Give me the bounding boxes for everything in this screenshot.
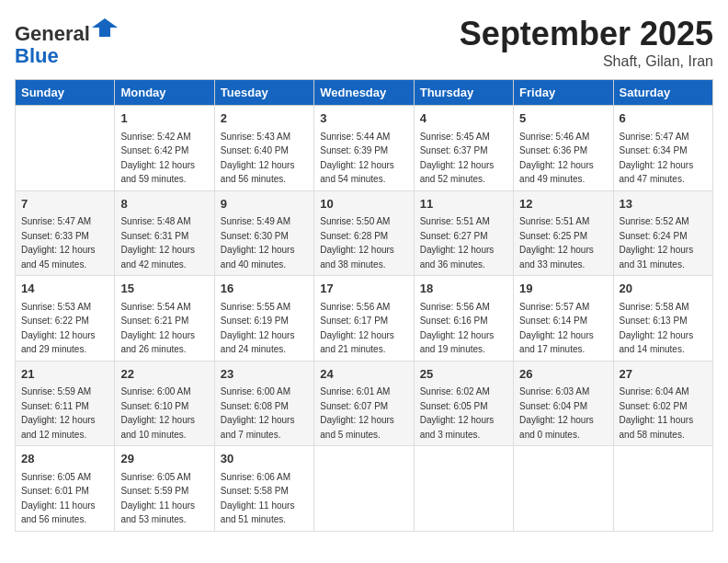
day-number: 24 [320, 365, 407, 384]
col-header-thursday: Thursday [414, 80, 513, 106]
calendar-week-row: 28Sunrise: 6:05 AMSunset: 6:01 PMDayligh… [16, 446, 713, 532]
calendar-header-row: SundayMondayTuesdayWednesdayThursdayFrid… [16, 80, 713, 106]
calendar-cell: 21Sunrise: 5:59 AMSunset: 6:11 PMDayligh… [16, 361, 115, 446]
calendar-cell: 23Sunrise: 6:00 AMSunset: 6:08 PMDayligh… [214, 361, 313, 446]
day-number: 29 [120, 450, 208, 468]
day-number: 26 [519, 365, 607, 384]
calendar-cell: 1Sunrise: 5:42 AMSunset: 6:42 PMDaylight… [115, 106, 214, 191]
day-number: 17 [320, 280, 407, 298]
logo: General Blue [15, 15, 118, 67]
day-info: Sunrise: 5:51 AMSunset: 6:27 PMDaylight:… [420, 214, 507, 271]
calendar-cell: 17Sunrise: 5:56 AMSunset: 6:17 PMDayligh… [314, 276, 414, 362]
calendar-cell: 26Sunrise: 6:03 AMSunset: 6:04 PMDayligh… [514, 361, 613, 446]
calendar-cell: 9Sunrise: 5:49 AMSunset: 6:30 PMDaylight… [214, 190, 313, 276]
calendar-week-row: 21Sunrise: 5:59 AMSunset: 6:11 PMDayligh… [16, 361, 713, 446]
col-header-monday: Monday [115, 80, 214, 106]
day-info: Sunrise: 6:05 AMSunset: 5:59 PMDaylight:… [120, 470, 208, 527]
calendar-cell: 29Sunrise: 6:05 AMSunset: 5:59 PMDayligh… [115, 446, 214, 532]
calendar-week-row: 14Sunrise: 5:53 AMSunset: 6:22 PMDayligh… [16, 276, 713, 362]
calendar-cell: 8Sunrise: 5:48 AMSunset: 6:31 PMDaylight… [115, 190, 214, 276]
svg-marker-0 [92, 18, 118, 37]
title-block: September 2025 Shaft, Gilan, Iran [460, 15, 713, 70]
day-number: 22 [120, 365, 208, 384]
calendar-cell: 18Sunrise: 5:56 AMSunset: 6:16 PMDayligh… [414, 276, 513, 362]
calendar-cell: 27Sunrise: 6:04 AMSunset: 6:02 PMDayligh… [613, 361, 712, 446]
col-header-wednesday: Wednesday [314, 80, 414, 106]
day-info: Sunrise: 5:59 AMSunset: 6:11 PMDaylight:… [21, 385, 108, 442]
day-number: 25 [420, 365, 507, 384]
calendar-table: SundayMondayTuesdayWednesdayThursdayFrid… [15, 79, 713, 532]
day-number: 5 [519, 109, 607, 128]
day-number: 8 [120, 195, 208, 213]
day-info: Sunrise: 5:54 AMSunset: 6:21 PMDaylight:… [120, 300, 208, 357]
day-info: Sunrise: 6:05 AMSunset: 6:01 PMDaylight:… [21, 470, 108, 527]
calendar-cell: 4Sunrise: 5:45 AMSunset: 6:37 PMDaylight… [414, 106, 513, 191]
day-info: Sunrise: 5:52 AMSunset: 6:24 PMDaylight:… [620, 214, 707, 271]
calendar-cell: 20Sunrise: 5:58 AMSunset: 6:13 PMDayligh… [613, 276, 712, 362]
day-number: 18 [420, 280, 507, 298]
day-info: Sunrise: 5:58 AMSunset: 6:13 PMDaylight:… [620, 300, 707, 357]
calendar-cell [613, 446, 712, 532]
calendar-cell: 16Sunrise: 5:55 AMSunset: 6:19 PMDayligh… [214, 276, 313, 362]
day-number: 1 [120, 109, 208, 128]
day-number: 21 [21, 365, 108, 384]
day-info: Sunrise: 5:44 AMSunset: 6:39 PMDaylight:… [320, 130, 407, 187]
calendar-cell: 13Sunrise: 5:52 AMSunset: 6:24 PMDayligh… [613, 190, 712, 276]
day-number: 16 [221, 280, 308, 298]
day-info: Sunrise: 5:51 AMSunset: 6:25 PMDaylight:… [519, 214, 607, 271]
day-number: 23 [221, 365, 308, 384]
day-info: Sunrise: 6:02 AMSunset: 6:05 PMDaylight:… [420, 385, 507, 442]
day-info: Sunrise: 5:46 AMSunset: 6:36 PMDaylight:… [519, 130, 607, 187]
day-info: Sunrise: 6:04 AMSunset: 6:02 PMDaylight:… [620, 385, 707, 442]
col-header-sunday: Sunday [16, 80, 115, 106]
calendar-cell: 22Sunrise: 6:00 AMSunset: 6:10 PMDayligh… [115, 361, 214, 446]
calendar-cell: 19Sunrise: 5:57 AMSunset: 6:14 PMDayligh… [514, 276, 613, 362]
calendar-cell: 12Sunrise: 5:51 AMSunset: 6:25 PMDayligh… [514, 190, 613, 276]
calendar-cell: 14Sunrise: 5:53 AMSunset: 6:22 PMDayligh… [16, 276, 115, 362]
col-header-friday: Friday [514, 80, 613, 106]
day-number: 14 [21, 280, 108, 298]
calendar-cell: 5Sunrise: 5:46 AMSunset: 6:36 PMDaylight… [514, 106, 613, 191]
day-info: Sunrise: 5:50 AMSunset: 6:28 PMDaylight:… [320, 214, 407, 271]
calendar-cell: 3Sunrise: 5:44 AMSunset: 6:39 PMDaylight… [314, 106, 414, 191]
day-info: Sunrise: 5:45 AMSunset: 6:37 PMDaylight:… [420, 130, 507, 187]
day-info: Sunrise: 5:43 AMSunset: 6:40 PMDaylight:… [221, 130, 308, 187]
day-number: 9 [221, 195, 308, 213]
calendar-cell: 15Sunrise: 5:54 AMSunset: 6:21 PMDayligh… [115, 276, 214, 362]
day-number: 3 [320, 109, 407, 128]
day-number: 13 [620, 195, 707, 213]
day-info: Sunrise: 5:42 AMSunset: 6:42 PMDaylight:… [120, 130, 208, 187]
calendar-cell [314, 446, 414, 532]
calendar-cell: 30Sunrise: 6:06 AMSunset: 5:58 PMDayligh… [214, 446, 313, 532]
day-info: Sunrise: 5:49 AMSunset: 6:30 PMDaylight:… [221, 214, 308, 271]
day-number: 11 [420, 195, 507, 213]
location: Shaft, Gilan, Iran [460, 53, 713, 70]
calendar-cell [514, 446, 613, 532]
day-info: Sunrise: 6:00 AMSunset: 6:08 PMDaylight:… [221, 385, 308, 442]
day-info: Sunrise: 6:00 AMSunset: 6:10 PMDaylight:… [120, 385, 208, 442]
day-info: Sunrise: 6:01 AMSunset: 6:07 PMDaylight:… [320, 385, 407, 442]
day-number: 28 [21, 450, 108, 468]
logo-general: General [15, 22, 90, 45]
calendar-cell: 7Sunrise: 5:47 AMSunset: 6:33 PMDaylight… [16, 190, 115, 276]
day-info: Sunrise: 6:03 AMSunset: 6:04 PMDaylight:… [519, 385, 607, 442]
calendar-cell: 24Sunrise: 6:01 AMSunset: 6:07 PMDayligh… [314, 361, 414, 446]
day-info: Sunrise: 5:56 AMSunset: 6:17 PMDaylight:… [320, 300, 407, 357]
col-header-saturday: Saturday [613, 80, 712, 106]
calendar-cell: 28Sunrise: 6:05 AMSunset: 6:01 PMDayligh… [16, 446, 115, 532]
page-header: General Blue September 2025 Shaft, Gilan… [15, 15, 713, 70]
day-number: 19 [519, 280, 607, 298]
calendar-week-row: 7Sunrise: 5:47 AMSunset: 6:33 PMDaylight… [16, 190, 713, 276]
day-number: 6 [620, 109, 707, 128]
day-number: 10 [320, 195, 407, 213]
day-number: 2 [221, 109, 308, 128]
calendar-cell: 10Sunrise: 5:50 AMSunset: 6:28 PMDayligh… [314, 190, 414, 276]
day-number: 27 [620, 365, 707, 384]
day-info: Sunrise: 6:06 AMSunset: 5:58 PMDaylight:… [221, 470, 308, 527]
col-header-tuesday: Tuesday [214, 80, 313, 106]
day-number: 4 [420, 109, 507, 128]
day-info: Sunrise: 5:47 AMSunset: 6:34 PMDaylight:… [620, 130, 707, 187]
day-number: 30 [221, 450, 308, 468]
day-info: Sunrise: 5:56 AMSunset: 6:16 PMDaylight:… [420, 300, 507, 357]
calendar-cell: 25Sunrise: 6:02 AMSunset: 6:05 PMDayligh… [414, 361, 513, 446]
